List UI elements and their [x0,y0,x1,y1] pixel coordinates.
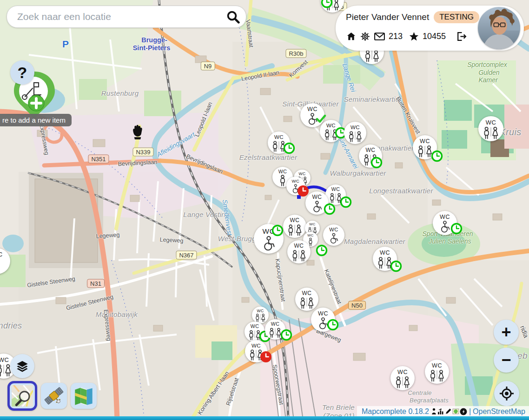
osm-map-icon [12,385,33,407]
background-map-button[interactable] [71,383,97,409]
svg-text:WC: WC [350,125,360,130]
background-layer-picker [7,381,97,411]
svg-text:WC: WC [312,194,322,200]
svg-text:WC: WC [329,227,338,232]
svg-text:WC: WC [278,169,287,174]
mapcomplete-version-link[interactable]: Mapcomplete 0.18.2 [362,407,429,416]
wc-marker-mw[interactable]: WC [373,247,397,271]
svg-text:WC: WC [0,356,9,363]
user-name: Pieter Vander Vennet [346,12,429,22]
satellite-icon [44,386,64,406]
messages-count: 213 [389,32,403,41]
svg-text:WC: WC [366,147,376,153]
wc-marker-mw[interactable]: WC [478,116,503,141]
background-osm-button[interactable] [7,381,37,411]
svg-text:WC: WC [432,362,442,369]
avatar[interactable] [478,7,520,49]
wc-marker-wh[interactable]: WC [286,177,305,195]
svg-text:WC: WC [298,171,305,176]
svg-text:WC: WC [309,222,316,226]
messages-icon[interactable] [374,31,385,42]
wc-marker-mw[interactable]: WC [265,319,285,340]
wc-marker-wh[interactable]: WC [311,308,335,332]
zoom-out-button[interactable]: − [494,348,519,373]
contributor-icon[interactable] [431,408,437,415]
wc-marker-m[interactable]: WC [0,248,10,274]
svg-text:WC: WC [486,119,496,126]
svg-text:WC: WC [440,214,450,220]
background-satellite-button[interactable] [41,383,67,409]
folded-map-icon [73,386,94,406]
svg-text:WC: WC [331,186,340,192]
layers-icon [16,360,29,373]
wc-marker-mw[interactable]: WC [245,322,265,342]
logout-icon[interactable] [456,31,467,42]
wc-marker-mw[interactable]: WC [245,340,267,362]
star-icon[interactable] [409,31,419,42]
wc-marker-mw[interactable]: WC [413,135,437,159]
question-mark: ? [18,64,27,82]
wc-marker-mw[interactable]: WC [320,120,342,142]
wc-marker-wh[interactable]: WC [433,211,457,235]
testing-badge: TESTING [434,11,479,23]
minus-icon: − [501,350,511,370]
bottom-accent-bar [0,416,529,420]
wc-marker-mw[interactable]: WC [344,122,366,144]
changesets-count: 10455 [423,32,446,41]
svg-text:WC: WC [397,369,408,375]
wc-marker-wh[interactable]: WC [254,224,284,254]
plus-icon: + [501,322,511,342]
search-input[interactable] [16,11,225,23]
openstreetmap-link[interactable]: OpenStreetMap [473,407,525,416]
wc-marker-mw[interactable]: WC [268,131,290,154]
pencil-icon[interactable] [445,408,452,415]
wc-marker-mw[interactable]: WC [287,240,311,263]
svg-text:WC: WC [292,178,300,184]
mapcomplete-pin-icon[interactable] [452,408,459,415]
attribution-separator: | [469,407,471,416]
svg-text:WC: WC [0,251,3,258]
svg-text:WC: WC [251,323,259,329]
svg-text:WC: WC [307,233,314,237]
svg-text:WC: WC [380,249,390,256]
geolocate-button[interactable] [494,381,519,406]
svg-text:WC: WC [420,138,430,144]
svg-text:WC: WC [274,134,284,140]
crosshair-icon [499,386,515,401]
home-icon[interactable] [346,31,357,42]
mapcomplete-app: Pieter Vander Vennet TESTING [0,0,529,420]
user-panel: Pieter Vander Vennet TESTING [336,6,524,51]
add-item-tooltip: re to add a new item [0,114,72,126]
statistics-icon[interactable] [437,408,444,415]
svg-text:WC: WC [263,227,275,235]
wc-marker-mw[interactable]: WC [359,144,382,168]
wc-marker-wh[interactable]: WC [305,191,329,215]
wc-marker-wh[interactable]: WC [323,224,344,246]
svg-text:WC: WC [307,106,317,112]
wc-marker-mw[interactable]: WC [425,360,449,384]
attribution-bar: Mapcomplete 0.18.2 | OpenStreetMap [357,406,529,417]
search-bar [7,6,246,28]
svg-text:WC: WC [290,217,300,223]
svg-text:WC: WC [294,243,304,249]
zoom-in-button[interactable]: + [494,320,519,345]
wc-marker-mw[interactable]: WC [321,0,344,13]
wc-marker-mw[interactable]: WC [390,366,415,390]
svg-text:WC: WC [271,321,279,327]
layers-button[interactable] [10,354,34,378]
search-icon[interactable] [225,9,240,24]
svg-text:WC: WC [257,308,264,313]
svg-text:WC: WC [251,343,261,348]
svg-text:WC: WC [326,123,336,128]
svg-text:WC: WC [302,290,312,296]
add-plus-icon [28,95,45,112]
svg-text:WC: WC [318,310,328,317]
help-button[interactable]: ? [10,60,34,85]
osm-logo-icon[interactable] [460,408,467,415]
gear-icon[interactable] [360,31,370,42]
